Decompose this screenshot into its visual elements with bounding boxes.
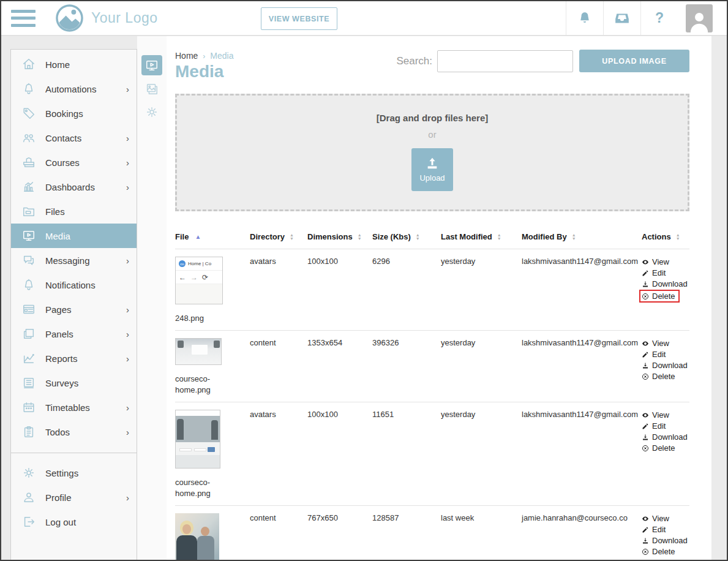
dimensions-cell: 767x650: [307, 513, 372, 561]
breadcrumb-current: Media: [210, 51, 233, 61]
sidebar-item-files[interactable]: Files: [11, 199, 137, 224]
sidebar-item-label: Pages: [45, 304, 72, 315]
list-icon: [22, 376, 36, 390]
delete-circle-icon: [642, 548, 649, 555]
sidebar-item-panels[interactable]: Panels›: [11, 322, 137, 346]
column-header-dimensions[interactable]: Dimensions▲▼: [307, 232, 372, 241]
edit-action[interactable]: Edit: [642, 349, 689, 360]
column-header-actions[interactable]: Actions▲▼: [642, 232, 689, 241]
directory-cell: content: [250, 513, 307, 561]
drag-drop-zone[interactable]: [Drag and drop files here] or Upload: [175, 94, 689, 211]
breadcrumb-home[interactable]: Home: [175, 51, 198, 61]
delete-action[interactable]: Delete: [642, 443, 689, 453]
sidebar-item-media[interactable]: Media: [11, 224, 137, 248]
help-button[interactable]: ?: [640, 1, 678, 35]
view-action[interactable]: View: [642, 257, 689, 267]
chevron-right-icon: ›: [126, 84, 129, 94]
sidebar-item-timetables[interactable]: Timetables›: [11, 395, 137, 420]
sidebar-item-contacts[interactable]: Contacts›: [11, 126, 137, 150]
sidebar-item-todos[interactable]: Todos›: [11, 420, 137, 444]
avatar-image-icon: [686, 4, 713, 32]
sidebar-item-profile[interactable]: Profile›: [11, 485, 137, 510]
delete-action[interactable]: Delete: [642, 546, 689, 557]
size-cell: 6296: [372, 257, 441, 324]
size-cell: 128587: [372, 513, 441, 561]
sidebar-item-notifications[interactable]: Notifications: [11, 273, 137, 297]
logout-icon: [22, 515, 36, 529]
view-action[interactable]: View: [642, 513, 689, 524]
delete-action[interactable]: Delete: [639, 290, 680, 303]
delete-circle-icon: [642, 445, 649, 452]
chat-icon: [22, 254, 36, 267]
column-header-size-kbs-[interactable]: Size (Kbs)▲▼: [372, 232, 441, 241]
action-label: Edit: [652, 421, 666, 431]
search-input[interactable]: [437, 50, 573, 72]
sidebar-item-label: Todos: [45, 427, 70, 437]
download-action[interactable]: Download: [642, 279, 689, 289]
page-body: HomeAutomations›BookingsContacts›Courses…: [1, 36, 727, 561]
upload-button[interactable]: Upload: [411, 148, 453, 191]
file-thumbnail-website-screenshot[interactable]: [175, 410, 220, 469]
sidebar-item-messaging[interactable]: Messaging›: [11, 248, 137, 273]
download-action[interactable]: Download: [642, 432, 689, 442]
sidebar-item-label: Home: [45, 59, 70, 70]
column-header-directory[interactable]: Directory▲▼: [250, 232, 307, 241]
delete-action[interactable]: Delete: [642, 371, 689, 382]
sidebar-item-automations[interactable]: Automations›: [11, 77, 137, 101]
sidebar-item-label: Bookings: [45, 108, 83, 119]
sidebar-divider: [11, 453, 137, 453]
mini-sidebar-monitor-play-icon[interactable]: [141, 55, 162, 75]
bell-icon: [22, 82, 36, 96]
column-header-file[interactable]: File▲: [175, 232, 250, 241]
column-header-modified-by[interactable]: Modified By▲▼: [522, 232, 642, 241]
sidebar-item-label: Log out: [45, 517, 76, 527]
edit-action[interactable]: Edit: [642, 268, 689, 278]
sidebar-item-reports[interactable]: Reports›: [11, 346, 137, 371]
folder-icon: [22, 205, 36, 218]
upload-image-button[interactable]: UPLOAD IMAGE: [579, 50, 689, 72]
view-website-button[interactable]: VIEW WEBSITE: [261, 7, 337, 30]
sidebar-item-dashboards[interactable]: Dashboards›: [11, 175, 137, 199]
hamburger-menu-icon[interactable]: [11, 10, 36, 27]
directory-cell: content: [250, 338, 307, 396]
file-thumbnail-browser-screenshot[interactable]: coHome | Co ←→⟳: [175, 257, 223, 304]
file-name: courseco-home.png: [175, 477, 234, 499]
mini-sidebar-images-icon[interactable]: [141, 78, 162, 99]
last-modified-cell: last week: [441, 513, 522, 561]
pencil-icon: [642, 423, 649, 430]
download-action[interactable]: Download: [642, 360, 689, 371]
media-manager-app: { "header": { "logo_text": "Your Logo", …: [0, 0, 728, 561]
sidebar-item-surveys[interactable]: Surveys: [11, 371, 137, 395]
sidebar-item-label: Profile: [45, 492, 72, 503]
view-action[interactable]: View: [642, 410, 689, 420]
last-modified-cell: yesterday: [441, 410, 522, 499]
user-avatar[interactable]: [678, 1, 721, 35]
eye-icon: [642, 340, 649, 347]
edit-action[interactable]: Edit: [642, 524, 689, 535]
inbox-button[interactable]: [603, 1, 640, 35]
tag-icon: [22, 107, 36, 120]
download-action[interactable]: Download: [642, 535, 689, 546]
download-icon: [642, 537, 649, 544]
file-thumbnail-website-screenshot[interactable]: [175, 338, 222, 365]
mini-sidebar-gear-icon[interactable]: [141, 102, 162, 122]
column-header-last-modified[interactable]: Last Modified▲▼: [441, 232, 522, 241]
calendar-icon: [22, 401, 36, 414]
notifications-bell-button[interactable]: [566, 1, 603, 35]
logo[interactable]: Your Logo: [55, 4, 158, 32]
sidebar-item-bookings[interactable]: Bookings: [11, 101, 137, 126]
sidebar-nav: HomeAutomations›BookingsContacts›Courses…: [10, 49, 137, 561]
file-thumbnail-photo[interactable]: [175, 513, 219, 561]
view-action[interactable]: View: [642, 338, 689, 348]
sidebar-item-settings[interactable]: Settings: [11, 461, 137, 485]
sidebar-item-log-out[interactable]: Log out: [11, 510, 137, 534]
sidebar-item-home[interactable]: Home: [11, 52, 137, 77]
edit-action[interactable]: Edit: [642, 421, 689, 431]
sidebar-item-label: Courses: [45, 157, 80, 168]
sidebar-item-label: Contacts: [45, 133, 81, 143]
sidebar-item-courses[interactable]: Courses›: [11, 150, 137, 175]
sidebar-item-pages[interactable]: Pages›: [11, 297, 137, 322]
action-label: Download: [652, 279, 688, 289]
forward-arrow-icon: →: [190, 273, 198, 282]
dimensions-cell: 100x100: [307, 410, 372, 499]
